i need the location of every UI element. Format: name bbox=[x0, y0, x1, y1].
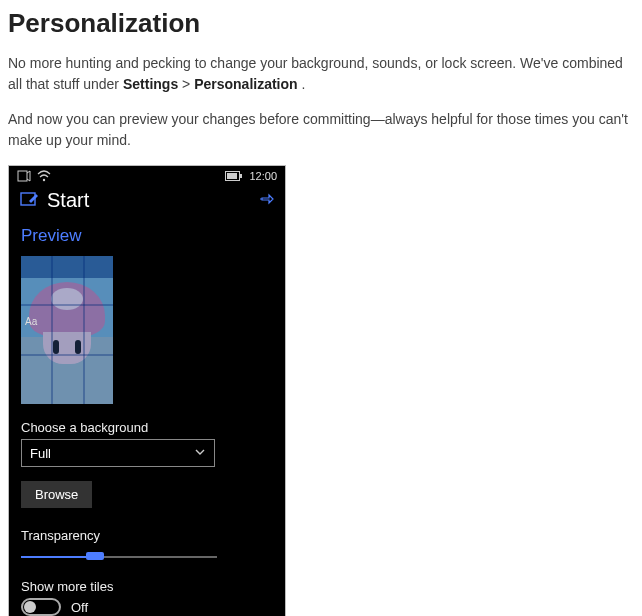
background-select[interactable]: Full bbox=[21, 439, 215, 467]
wifi-icon bbox=[37, 170, 51, 182]
svg-rect-4 bbox=[227, 173, 237, 179]
preview-thumbnail: Aa bbox=[21, 256, 113, 404]
preview-sample-text: Aa bbox=[25, 316, 37, 327]
preview-heading: Preview bbox=[21, 226, 273, 246]
personalize-icon bbox=[19, 189, 39, 212]
status-time: 12:00 bbox=[249, 170, 277, 182]
nfc-icon bbox=[17, 170, 31, 182]
pin-icon[interactable] bbox=[259, 191, 275, 210]
battery-icon bbox=[225, 171, 243, 181]
show-more-tiles-state: Off bbox=[71, 600, 88, 615]
p1-sep: > bbox=[182, 76, 194, 92]
background-select-value: Full bbox=[30, 446, 51, 461]
p1-text-c: . bbox=[302, 76, 306, 92]
choose-background-label: Choose a background bbox=[21, 420, 273, 435]
browse-button[interactable]: Browse bbox=[21, 481, 92, 508]
transparency-slider[interactable] bbox=[21, 547, 217, 567]
svg-rect-3 bbox=[240, 174, 242, 178]
page-title: Personalization bbox=[8, 8, 634, 39]
svg-rect-0 bbox=[18, 171, 27, 181]
p1-text-a: No more hunting and pecking to change yo… bbox=[8, 55, 623, 92]
phone-screenshot: 12:00 Start Preview Aa Choose a backgrou… bbox=[8, 165, 286, 616]
show-more-tiles-label: Show more tiles bbox=[21, 579, 273, 594]
transparency-label: Transparency bbox=[21, 528, 273, 543]
p1-personalization: Personalization bbox=[194, 76, 297, 92]
svg-point-1 bbox=[43, 179, 45, 181]
chevron-down-icon bbox=[194, 446, 206, 461]
title-bar: Start bbox=[9, 185, 285, 220]
show-more-tiles-toggle[interactable] bbox=[21, 598, 61, 616]
status-bar: 12:00 bbox=[9, 166, 285, 185]
screen-title: Start bbox=[47, 189, 89, 212]
p1-settings: Settings bbox=[123, 76, 178, 92]
intro-paragraph-1: No more hunting and pecking to change yo… bbox=[8, 53, 634, 95]
intro-paragraph-2: And now you can preview your changes bef… bbox=[8, 109, 634, 151]
